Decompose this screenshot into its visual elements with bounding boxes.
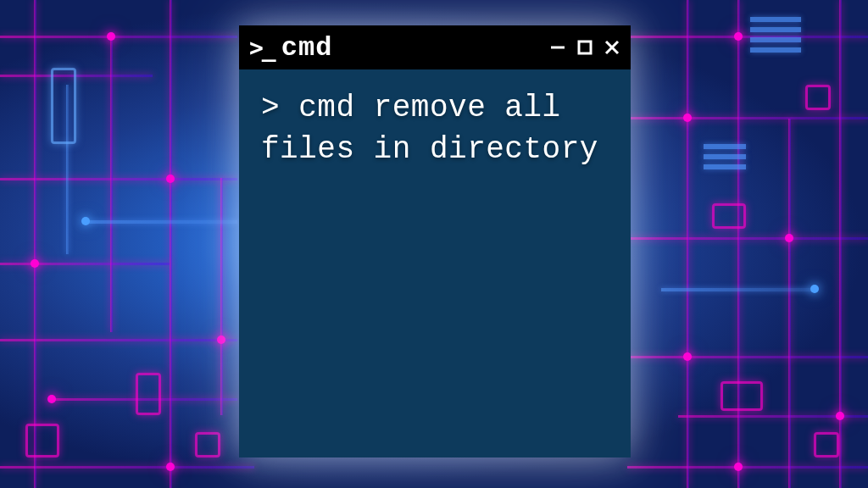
minimize-icon[interactable] [549, 39, 566, 56]
terminal-window: >_ cmd > cmd remove all files in directo… [239, 25, 631, 458]
terminal-prompt-icon: >_ [249, 34, 275, 62]
prompt-character: > [261, 91, 298, 125]
window-controls [549, 39, 620, 56]
close-icon[interactable] [604, 39, 620, 56]
terminal-body[interactable]: > cmd remove all files in directory [239, 69, 631, 458]
window-title: cmd [281, 32, 333, 64]
window-titlebar[interactable]: >_ cmd [239, 25, 631, 69]
maximize-icon[interactable] [576, 39, 593, 56]
command-text: cmd remove all files in directory [261, 91, 598, 167]
command-line: > cmd remove all files in directory [261, 88, 609, 170]
svg-rect-1 [579, 42, 591, 53]
